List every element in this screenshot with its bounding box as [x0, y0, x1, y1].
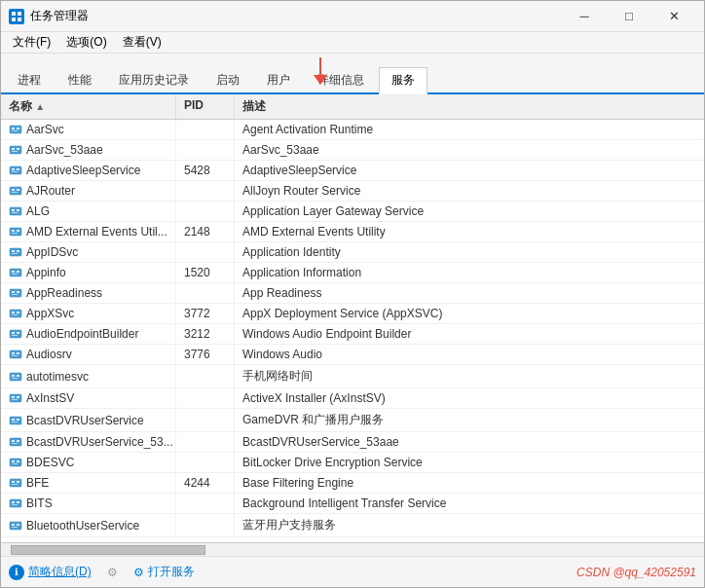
service-desc: BitLocker Drive Encryption Service — [235, 453, 704, 472]
svg-rect-21 — [12, 209, 15, 211]
service-desc: GameDVR 和广播用户服务 — [235, 409, 704, 431]
tab-users[interactable]: 用户 — [254, 67, 303, 92]
table-row[interactable]: BFE 4244 Base Filtering Engine — [1, 473, 704, 494]
service-pid — [176, 432, 235, 452]
svg-rect-18 — [12, 192, 18, 193]
service-desc: AarSvc_53aae — [235, 140, 704, 160]
service-desc: AppX Deployment Service (AppXSVC) — [235, 304, 704, 323]
svg-rect-4 — [10, 126, 21, 133]
service-pid — [176, 365, 235, 387]
service-icon — [9, 496, 22, 510]
tab-details[interactable]: 详细信息 — [305, 67, 377, 92]
service-pid: 3776 — [176, 345, 235, 364]
svg-rect-3 — [18, 18, 21, 21]
tab-startup[interactable]: 启动 — [204, 67, 252, 92]
table-row[interactable]: BITS Background Intelligent Transfer Ser… — [1, 494, 704, 514]
menu-view[interactable]: 查看(V) — [115, 32, 169, 53]
table-row[interactable]: AppXSvc 3772 AppX Deployment Service (Ap… — [1, 304, 704, 324]
table-row[interactable]: Audiosrv 3776 Windows Audio — [1, 345, 704, 365]
table-row[interactable]: AppReadiness App Readiness — [1, 283, 704, 304]
service-icon — [9, 370, 22, 384]
service-name: AudioEndpointBuilder — [1, 324, 176, 344]
table-row[interactable]: AJRouter AllJoyn Router Service — [1, 181, 704, 202]
table-row[interactable]: AudioEndpointBuilder 3212 Windows Audio … — [1, 324, 704, 345]
menu-options[interactable]: 选项(O) — [58, 32, 114, 53]
svg-rect-48 — [10, 350, 21, 358]
services-table: 名称 ▲ PID 描述 AarSvc Agent Activation Runt… — [1, 94, 704, 542]
gear-icon: ⚙ — [133, 566, 144, 579]
tab-services[interactable]: 服务 — [379, 67, 427, 94]
header-name[interactable]: 名称 ▲ — [1, 94, 176, 119]
svg-rect-30 — [12, 253, 18, 254]
table-row[interactable]: ALG Application Layer Gateway Service — [1, 202, 704, 222]
menu-file[interactable]: 文件(F) — [5, 32, 58, 53]
table-row[interactable]: autotimesvc 手机网络时间 — [1, 365, 704, 388]
maximize-button[interactable]: □ — [607, 1, 651, 32]
service-icon — [9, 286, 22, 300]
service-desc: AllJoyn Router Service — [235, 181, 704, 201]
service-name: BFE — [1, 473, 176, 493]
svg-rect-39 — [17, 291, 19, 293]
tab-app-history[interactable]: 应用历史记录 — [106, 67, 202, 92]
service-name: AJRouter — [1, 181, 176, 201]
header-desc[interactable]: 描述 — [235, 94, 704, 119]
tab-processes[interactable]: 进程 — [5, 67, 54, 92]
service-pid — [176, 181, 235, 201]
service-pid — [176, 409, 235, 431]
separator: ⚙ — [107, 566, 118, 579]
svg-rect-49 — [12, 352, 15, 354]
svg-rect-10 — [12, 151, 18, 152]
svg-rect-51 — [17, 352, 19, 354]
service-icon — [9, 414, 22, 427]
header-pid[interactable]: PID — [176, 94, 235, 119]
table-row[interactable]: Appinfo 1520 Application Information — [1, 263, 704, 283]
table-row[interactable]: BcastDVRUserService_53... BcastDVRUserSe… — [1, 432, 704, 453]
service-pid — [176, 453, 235, 472]
service-desc: 蓝牙用户支持服务 — [235, 514, 704, 536]
svg-rect-69 — [12, 460, 15, 462]
svg-rect-36 — [10, 289, 21, 297]
tab-performance[interactable]: 性能 — [56, 67, 104, 92]
minimize-button[interactable]: ─ — [562, 1, 607, 32]
scrollbar-x-thumb[interactable] — [11, 545, 205, 555]
service-icon — [9, 327, 22, 341]
svg-rect-79 — [17, 501, 19, 503]
open-services-link[interactable]: ⚙ 打开服务 — [133, 564, 195, 580]
service-desc: App Readiness — [235, 283, 704, 303]
svg-rect-47 — [17, 332, 19, 334]
table-row[interactable]: AdaptiveSleepService 5428 AdaptiveSleepS… — [1, 161, 704, 181]
service-desc: Application Information — [235, 263, 704, 282]
table-row[interactable]: AarSvc Agent Activation Runtime — [1, 120, 704, 140]
table-row[interactable]: AxInstSV ActiveX Installer (AxInstSV) — [1, 388, 704, 409]
table-row[interactable]: AppIDSvc Application Identity — [1, 242, 704, 263]
service-name: AarSvc — [1, 120, 176, 139]
service-icon — [9, 204, 22, 218]
service-name: BcastDVRUserService_53... — [1, 432, 176, 452]
service-pid: 4244 — [176, 473, 235, 493]
svg-rect-83 — [17, 524, 19, 526]
svg-rect-59 — [17, 396, 19, 398]
service-desc: Windows Audio Endpoint Builder — [235, 324, 704, 344]
brief-info-link[interactable]: 简略信息(D) — [28, 564, 92, 580]
horizontal-scrollbar[interactable] — [1, 542, 704, 556]
close-button[interactable]: ✕ — [651, 1, 696, 32]
table-row[interactable]: BcastDVRUserService GameDVR 和广播用户服务 — [1, 409, 704, 432]
service-desc: AMD External Events Utility — [235, 222, 704, 241]
table-row[interactable]: BDESVC BitLocker Drive Encryption Servic… — [1, 453, 704, 473]
menu-bar: 文件(F) 选项(O) 查看(V) — [1, 32, 704, 54]
service-pid — [176, 202, 235, 221]
svg-rect-55 — [17, 375, 19, 377]
table-row[interactable]: BluetoothUserService 蓝牙用户支持服务 — [1, 514, 704, 537]
svg-rect-82 — [12, 527, 18, 528]
service-name: BITS — [1, 494, 176, 513]
svg-rect-13 — [12, 168, 15, 170]
service-icon — [9, 123, 22, 136]
svg-rect-60 — [10, 417, 21, 424]
service-icon — [9, 456, 22, 469]
svg-rect-77 — [12, 501, 15, 503]
table-row[interactable]: AarSvc_53aae AarSvc_53aae — [1, 140, 704, 161]
table-body[interactable]: AarSvc Agent Activation Runtime AarSvc_5… — [1, 120, 704, 542]
svg-rect-53 — [12, 375, 15, 377]
table-row[interactable]: AMD External Events Util... 2148 AMD Ext… — [1, 222, 704, 242]
svg-rect-37 — [12, 291, 15, 293]
